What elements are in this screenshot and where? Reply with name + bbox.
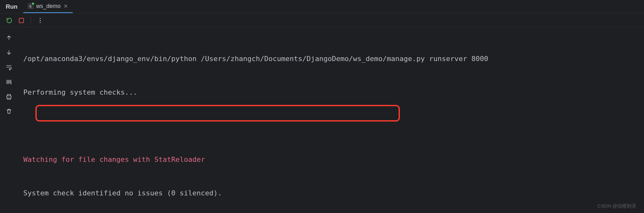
svg-point-3 bbox=[40, 18, 41, 19]
run-toolbar bbox=[0, 13, 644, 28]
scroll-to-end-button[interactable] bbox=[3, 76, 15, 88]
clear-button[interactable] bbox=[3, 106, 15, 117]
more-actions-button[interactable] bbox=[35, 15, 46, 26]
console-line: Watching for file changes with StatReloa… bbox=[23, 154, 643, 165]
watermark: CSDN @信橙则灵 bbox=[597, 203, 636, 209]
tab-label: ws_demo bbox=[36, 3, 61, 10]
close-icon[interactable] bbox=[63, 4, 68, 9]
up-stack-button[interactable] bbox=[3, 32, 15, 43]
run-tab-bar: Run dj ws_demo bbox=[0, 0, 644, 13]
console-line bbox=[23, 120, 643, 131]
django-icon: dj bbox=[28, 3, 34, 9]
svg-point-4 bbox=[40, 20, 41, 21]
down-stack-button[interactable] bbox=[3, 47, 15, 58]
console-output[interactable]: /opt/anaconda3/envs/django_env/bin/pytho… bbox=[18, 28, 644, 213]
run-body: /opt/anaconda3/envs/django_env/bin/pytho… bbox=[0, 28, 644, 213]
svg-point-5 bbox=[40, 22, 41, 23]
svg-text:dj: dj bbox=[29, 4, 32, 8]
console-line: System check identified no issues (0 sil… bbox=[23, 187, 643, 199]
panel-title: Run bbox=[0, 0, 23, 13]
highlight-box bbox=[35, 105, 400, 122]
console-line: /opt/anaconda3/envs/django_env/bin/pytho… bbox=[23, 53, 643, 64]
stop-button[interactable] bbox=[16, 15, 27, 26]
console-line: Performing system checks... bbox=[23, 87, 643, 98]
print-button[interactable] bbox=[3, 91, 15, 102]
svg-rect-2 bbox=[19, 18, 24, 23]
tab-ws-demo[interactable]: dj ws_demo bbox=[23, 0, 73, 13]
running-indicator-dot bbox=[32, 2, 34, 5]
rerun-button[interactable] bbox=[4, 15, 15, 26]
toolbar-separator bbox=[31, 16, 31, 25]
soft-wrap-button[interactable] bbox=[3, 61, 15, 73]
console-gutter bbox=[0, 28, 18, 213]
